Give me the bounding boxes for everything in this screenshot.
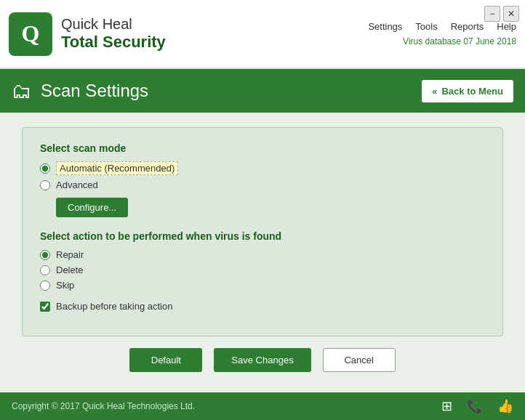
section-title-area: 🗂 Scan Settings xyxy=(12,79,148,103)
title-bar: Q Quick Heal Total Security Settings Too… xyxy=(0,0,525,69)
virus-database-info: Virus database 07 June 2018 xyxy=(403,36,516,47)
nav-reports[interactable]: Reports xyxy=(451,21,484,32)
main-content: Select scan mode Automatic (Recommended)… xyxy=(0,113,525,392)
page-title: Scan Settings xyxy=(41,81,148,101)
action-repair-label: Repair xyxy=(56,249,84,260)
backup-before-action-option[interactable]: Backup before taking action xyxy=(40,301,485,312)
backup-before-action-label: Backup before taking action xyxy=(56,301,172,312)
scan-mode-advanced-option[interactable]: Advanced xyxy=(40,179,485,190)
action-skip-option[interactable]: Skip xyxy=(40,280,485,291)
backup-before-action-checkbox[interactable] xyxy=(40,302,50,312)
default-button[interactable]: Default xyxy=(129,348,202,372)
action-skip-radio[interactable] xyxy=(40,280,50,291)
cancel-button[interactable]: Cancel xyxy=(323,348,396,372)
app-title-line2: Total Security xyxy=(61,33,166,52)
thumbsup-icon[interactable]: 👍 xyxy=(497,398,513,414)
minimize-button[interactable]: − xyxy=(484,6,500,22)
nav-help[interactable]: Help xyxy=(497,21,516,32)
close-button[interactable]: ✕ xyxy=(503,6,519,22)
logo-letter: Q xyxy=(22,20,40,47)
back-button-label: Back to Menu xyxy=(441,86,503,97)
action-repair-radio[interactable] xyxy=(40,250,50,260)
scan-mode-advanced-radio[interactable] xyxy=(40,180,50,190)
copyright-text: Copyright © 2017 Quick Heal Technologies… xyxy=(12,401,195,411)
scan-mode-advanced-label: Advanced xyxy=(56,179,98,190)
action-delete-option[interactable]: Delete xyxy=(40,264,485,275)
scan-mode-automatic-radio[interactable] xyxy=(40,163,50,174)
window-controls: − ✕ xyxy=(484,6,519,22)
scan-mode-label: Select scan mode xyxy=(40,142,485,154)
virus-action-radio-group: Repair Delete Skip xyxy=(40,249,485,291)
nav-settings[interactable]: Settings xyxy=(368,21,402,32)
scan-mode-radio-group: Automatic (Recommended) Advanced xyxy=(40,161,485,190)
status-icons: ⊞ 📞 👍 xyxy=(441,398,513,414)
virus-action-label: Select action to be performed when virus… xyxy=(40,230,485,242)
grid-icon[interactable]: ⊞ xyxy=(441,398,452,414)
section-header: 🗂 Scan Settings « Back to Menu xyxy=(0,69,525,113)
action-delete-label: Delete xyxy=(56,264,84,275)
scan-mode-automatic-option[interactable]: Automatic (Recommended) xyxy=(40,161,485,175)
nav-menu: Settings Tools Reports Help xyxy=(368,21,516,32)
nav-tools[interactable]: Tools xyxy=(415,21,437,32)
status-bar: Copyright © 2017 Quick Heal Technologies… xyxy=(0,392,525,420)
configure-button[interactable]: Configure... xyxy=(56,198,128,217)
save-changes-button[interactable]: Save Changes xyxy=(214,348,310,372)
back-to-menu-button[interactable]: « Back to Menu xyxy=(422,80,513,102)
settings-panel: Select scan mode Automatic (Recommended)… xyxy=(22,127,503,336)
action-skip-label: Skip xyxy=(56,280,74,291)
phone-icon[interactable]: 📞 xyxy=(467,398,483,414)
app-title-line1: Quick Heal xyxy=(61,16,166,33)
action-repair-option[interactable]: Repair xyxy=(40,249,485,260)
header-right: Settings Tools Reports Help Virus databa… xyxy=(368,21,516,47)
scan-mode-automatic-label: Automatic (Recommended) xyxy=(56,161,178,175)
app-title: Quick Heal Total Security xyxy=(61,16,166,52)
back-chevron-icon: « xyxy=(432,86,437,97)
app-logo: Q xyxy=(9,12,52,56)
footer-buttons: Default Save Changes Cancel xyxy=(22,336,503,378)
scan-settings-icon: 🗂 xyxy=(12,79,32,103)
action-delete-radio[interactable] xyxy=(40,265,50,275)
